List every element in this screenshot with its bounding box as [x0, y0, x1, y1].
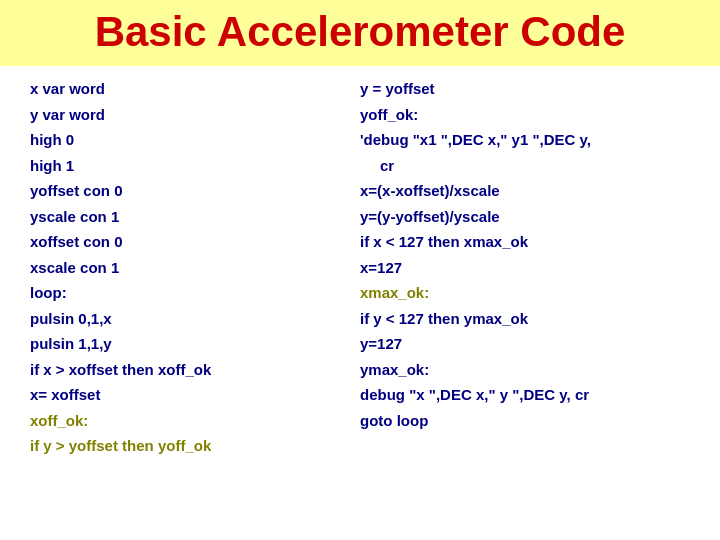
right-code-line: cr [360, 153, 690, 179]
left-code-line: xoff_ok: [30, 408, 360, 434]
right-code-line: if y < 127 then ymax_ok [360, 306, 690, 332]
left-column: x var wordy var wordhigh 0high 1yoffset … [30, 76, 360, 459]
left-code-line: xscale con 1 [30, 255, 360, 281]
right-code-line: 'debug "x1 ",DEC x," y1 ",DEC y, [360, 127, 690, 153]
right-code-line: if x < 127 then xmax_ok [360, 229, 690, 255]
page-wrapper: Basic Accelerometer Code x var wordy var… [0, 0, 720, 469]
left-code-line: yscale con 1 [30, 204, 360, 230]
left-code-line: if y > yoffset then yoff_ok [30, 433, 360, 459]
left-code-line: y var word [30, 102, 360, 128]
left-code-line: x var word [30, 76, 360, 102]
right-code-line: ymax_ok: [360, 357, 690, 383]
right-code-line: goto loop [360, 408, 690, 434]
right-code-line: xmax_ok: [360, 280, 690, 306]
right-code-line: x=(x-xoffset)/xscale [360, 178, 690, 204]
right-code-line: debug "x ",DEC x," y ",DEC y, cr [360, 382, 690, 408]
left-code-line: high 0 [30, 127, 360, 153]
right-code-line: y=(y-yoffset)/yscale [360, 204, 690, 230]
header: Basic Accelerometer Code [0, 0, 720, 66]
left-code-line: high 1 [30, 153, 360, 179]
left-code-line: pulsin 0,1,x [30, 306, 360, 332]
right-code-line: x=127 [360, 255, 690, 281]
left-code-line: loop: [30, 280, 360, 306]
left-code-line: yoffset con 0 [30, 178, 360, 204]
left-code-line: x= xoffset [30, 382, 360, 408]
right-code-line: yoff_ok: [360, 102, 690, 128]
left-code-line: xoffset con 0 [30, 229, 360, 255]
right-code-line: y = yoffset [360, 76, 690, 102]
right-column: y = yoffsetyoff_ok:'debug "x1 ",DEC x," … [360, 76, 690, 459]
left-code-line: pulsin 1,1,y [30, 331, 360, 357]
left-code-line: if x > xoffset then xoff_ok [30, 357, 360, 383]
content-area: x var wordy var wordhigh 0high 1yoffset … [0, 66, 720, 469]
right-code-line: y=127 [360, 331, 690, 357]
page-title: Basic Accelerometer Code [0, 8, 720, 56]
